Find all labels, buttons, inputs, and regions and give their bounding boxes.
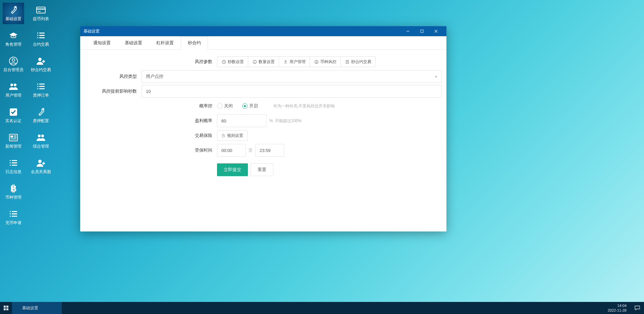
time-from-input[interactable]: [217, 144, 246, 157]
form-area: 风控参数 秒数设置数量设置用户管理$币种风控秒合约交易 风控类型 用户点控 ▾ …: [80, 50, 446, 231]
tab-通知设置[interactable]: 通知设置: [86, 36, 118, 49]
tab-基础设置[interactable]: 基础设置: [118, 36, 149, 49]
prob-hint: 作为一种补充,不受风控总开关影响: [273, 103, 335, 109]
desktop-icon-综合管理[interactable]: 综合管理: [30, 130, 52, 152]
close-button[interactable]: [429, 26, 443, 36]
tab-秒合约[interactable]: 秒合约: [181, 36, 208, 50]
desktop-icon-质押订单[interactable]: 质押订单: [30, 79, 52, 101]
users-icon: [36, 133, 46, 143]
desktop-icon-提币列表[interactable]: 提币列表: [30, 3, 52, 24]
clock-icon: [221, 59, 226, 64]
toolbar-币种风控[interactable]: $币种风控: [310, 56, 341, 67]
minimize-button[interactable]: [401, 26, 415, 36]
profit-prob-input[interactable]: [217, 114, 267, 127]
taskbar: 基础设置 14:04 2022-11-28: [0, 302, 644, 314]
svg-rect-49: [421, 30, 423, 33]
svg-point-2: [10, 84, 13, 86]
reset-button[interactable]: 重置: [251, 163, 273, 176]
svg-point-44: [41, 135, 44, 137]
toolbar-秒数设置[interactable]: 秒数设置: [217, 56, 248, 67]
check-box-icon: [8, 107, 18, 117]
chevron-down-icon: ▾: [435, 74, 437, 79]
risk-type-value: 用户点控: [146, 73, 163, 80]
svg-rect-11: [12, 160, 17, 161]
risk-type-select[interactable]: 用户点控 ▾: [142, 70, 442, 83]
label-insured-time: 受保时间: [80, 147, 217, 153]
toolbar-数量设置[interactable]: 数量设置: [248, 56, 279, 67]
svg-rect-24: [12, 216, 17, 217]
time-to-input[interactable]: [255, 144, 284, 157]
svg-point-56: [285, 60, 286, 62]
desktop-icon-用户管理[interactable]: 用户管理: [3, 79, 24, 101]
svg-rect-63: [4, 306, 6, 308]
desktop-icon-实名认证[interactable]: 实名认证: [3, 105, 24, 126]
desktop-icon-新闻管理[interactable]: 新闻管理: [3, 130, 24, 152]
svg-rect-64: [6, 306, 8, 308]
prob-off-radio[interactable]: 关闭: [217, 103, 233, 109]
clock-date: 2022-11-28: [608, 308, 627, 313]
svg-point-43: [38, 135, 41, 137]
svg-rect-66: [6, 308, 8, 310]
svg-rect-28: [37, 33, 38, 34]
notification-button[interactable]: [631, 302, 644, 314]
svg-rect-6: [10, 136, 13, 138]
svg-point-45: [38, 160, 42, 163]
list-icon: [36, 82, 46, 92]
time-separator: 至: [249, 148, 253, 153]
svg-rect-25: [37, 7, 45, 13]
chat-icon: [634, 305, 640, 311]
list-icon: [8, 209, 18, 219]
desktop-icon-日志信息[interactable]: 日志信息: [3, 156, 24, 177]
svg-rect-10: [10, 160, 11, 161]
svg-rect-38: [39, 84, 45, 85]
desktop-icon-质押配置[interactable]: 质押配置: [30, 105, 52, 126]
dollar-icon: $: [314, 59, 319, 64]
svg-rect-22: [12, 213, 17, 214]
svg-rect-15: [12, 165, 17, 166]
grad-icon: [8, 31, 18, 41]
taskbar-item-settings[interactable]: 基础设置: [12, 302, 62, 314]
radio-icon: [242, 103, 248, 109]
rule-settings-button[interactable]: 规则设置: [217, 130, 248, 141]
svg-point-3: [14, 84, 16, 86]
desktop-icon-合约交易[interactable]: 合约交易: [30, 28, 52, 50]
desktop-icon-基础设置[interactable]: 基础设置: [3, 3, 24, 24]
wrench-icon: [8, 5, 18, 15]
submit-button[interactable]: 立即提交: [217, 163, 248, 176]
desktop-icon-秒合约交易[interactable]: 秒合约交易: [30, 54, 52, 75]
profit-unit: % 不能超过100%: [269, 118, 302, 124]
news-icon: [8, 133, 18, 143]
svg-rect-19: [10, 211, 11, 212]
svg-rect-65: [4, 308, 6, 310]
svg-point-1: [12, 59, 15, 61]
prob-on-radio[interactable]: 开启: [242, 103, 258, 109]
svg-rect-42: [39, 88, 45, 89]
svg-rect-40: [39, 86, 45, 87]
desktop-icon-后台管理员[interactable]: 后台管理员: [3, 54, 24, 75]
desktop-icon-会员关系图[interactable]: 会员关系图: [30, 156, 52, 177]
svg-rect-30: [37, 35, 38, 36]
titlebar[interactable]: 基础设置: [80, 26, 446, 36]
windows-icon: [4, 306, 8, 310]
svg-rect-20: [12, 211, 17, 212]
start-button[interactable]: [0, 302, 12, 314]
svg-rect-31: [39, 35, 45, 36]
user-plus-icon: [36, 56, 46, 66]
tab-杠杆设置[interactable]: 杠杆设置: [149, 36, 181, 49]
settings-window: 基础设置 通知设置基础设置杠杆设置秒合约 风控参数 秒数设置数量设置用户管理$币…: [80, 26, 446, 231]
svg-rect-37: [37, 84, 38, 85]
toolbar-秒合约交易[interactable]: 秒合约交易: [340, 56, 376, 67]
svg-rect-12: [10, 162, 11, 163]
label-profit-prob: 盈利概率: [80, 118, 217, 124]
advance-sec-input[interactable]: [142, 85, 442, 98]
label-risk-type: 风控类型: [80, 73, 142, 80]
list-icon: [36, 31, 46, 41]
desktop-icon-充币申请[interactable]: 充币申请: [3, 207, 24, 228]
toolbar-用户管理[interactable]: 用户管理: [279, 56, 310, 67]
info-icon: [252, 59, 257, 64]
clock[interactable]: 14:04 2022-11-28: [604, 302, 631, 314]
desktop-icon-币种管理[interactable]: B币种管理: [3, 181, 24, 203]
svg-text:$: $: [316, 60, 317, 63]
maximize-button[interactable]: [415, 26, 429, 36]
desktop-icon-角色管理[interactable]: 角色管理: [3, 28, 24, 50]
